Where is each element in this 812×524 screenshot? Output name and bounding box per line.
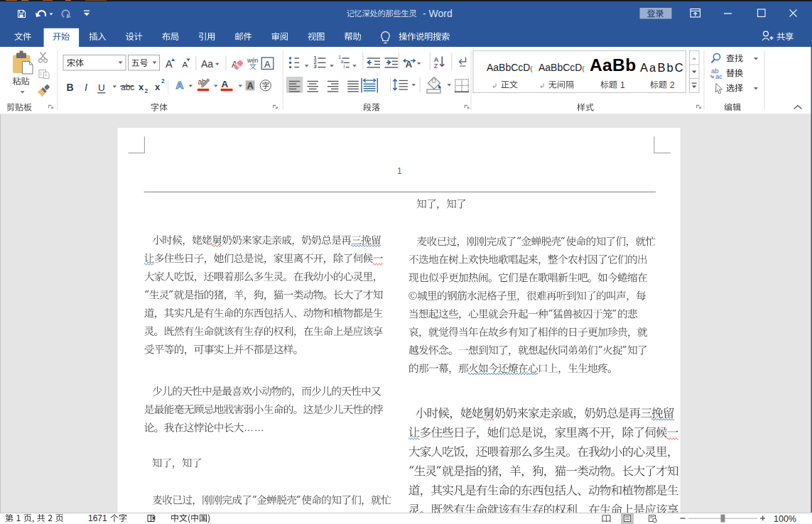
svg-text:A: A bbox=[176, 79, 184, 91]
svg-text:2: 2 bbox=[161, 77, 165, 84]
svg-text:U: U bbox=[98, 82, 105, 93]
svg-text:I: I bbox=[85, 82, 87, 93]
svg-text:ac: ac bbox=[715, 72, 722, 80]
svg-text:Aa: Aa bbox=[201, 58, 213, 70]
svg-text:1: 1 bbox=[620, 80, 625, 90]
svg-text:Z: Z bbox=[434, 62, 438, 70]
svg-text:100%: 100% bbox=[774, 514, 796, 524]
svg-text:wén: wén bbox=[247, 57, 259, 64]
svg-text:A: A bbox=[166, 58, 173, 70]
svg-text:2: 2 bbox=[670, 80, 675, 90]
svg-text:1671: 1671 bbox=[88, 513, 107, 523]
svg-text:x: x bbox=[155, 82, 161, 92]
svg-text:A: A bbox=[222, 79, 229, 89]
svg-text:abc: abc bbox=[121, 82, 134, 92]
svg-text:- Word: - Word bbox=[423, 8, 453, 19]
svg-text:x: x bbox=[139, 82, 144, 92]
svg-text:A: A bbox=[183, 60, 188, 69]
svg-text:A: A bbox=[406, 59, 413, 70]
svg-text:A: A bbox=[247, 81, 254, 91]
svg-text:AaBbC: AaBbC bbox=[640, 61, 685, 74]
svg-text:1: 1 bbox=[397, 166, 402, 176]
svg-text:AaBbCcD(: AaBbCcD( bbox=[487, 62, 532, 73]
svg-text:A: A bbox=[264, 59, 271, 70]
svg-text:3: 3 bbox=[314, 63, 317, 70]
svg-text:B: B bbox=[67, 82, 74, 93]
svg-text:AaBbCcD(: AaBbCcD( bbox=[538, 62, 584, 73]
svg-text:2: 2 bbox=[145, 87, 148, 94]
svg-text:AaBb: AaBb bbox=[590, 55, 637, 75]
